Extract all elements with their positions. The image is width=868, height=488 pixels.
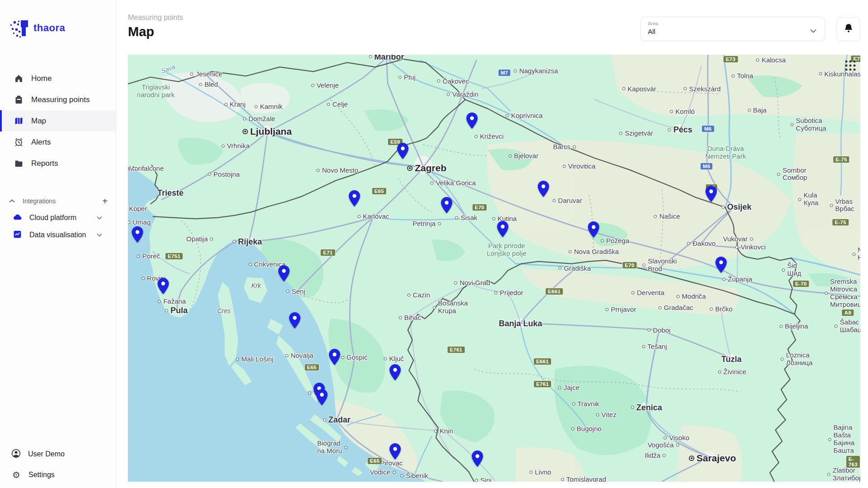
- map-pin[interactable]: [471, 450, 483, 467]
- chevron-up-icon[interactable]: [8, 197, 15, 205]
- map-pin[interactable]: [348, 190, 360, 207]
- sidebar-item-home[interactable]: Home: [0, 68, 116, 89]
- settings-menu[interactable]: ⚙ Settings: [0, 465, 116, 485]
- map-pin[interactable]: [715, 256, 727, 273]
- chevron-down-icon: [97, 233, 102, 237]
- breadcrumb[interactable]: Measuring points: [128, 14, 183, 22]
- sidebar: thaora Home Measuring points Map: [0, 0, 116, 488]
- nav-label: Alerts: [31, 138, 51, 147]
- logo-icon: [8, 18, 29, 38]
- map-pin[interactable]: [157, 277, 169, 295]
- map-pin[interactable]: [289, 312, 301, 329]
- page-title: Map: [128, 24, 183, 39]
- nav-label: Home: [31, 74, 52, 83]
- app-root: thaora Home Measuring points Map: [0, 0, 868, 488]
- sidebar-item-cloud-platform[interactable]: Cloud platform: [0, 209, 116, 226]
- sidebar-item-reports[interactable]: Reports: [0, 153, 116, 174]
- topbar: Measuring points Map Area All: [116, 0, 868, 41]
- sidebar-footer: User Demo ⚙ Settings: [0, 444, 116, 488]
- chevron-down-icon: [97, 216, 102, 220]
- map-pin[interactable]: [588, 221, 600, 238]
- cloud-icon: [13, 212, 22, 224]
- user-menu[interactable]: User Demo: [0, 444, 116, 465]
- map-pin[interactable]: [497, 221, 509, 238]
- map-pin[interactable]: [316, 389, 328, 406]
- area-select-value: All: [648, 28, 817, 35]
- map-pin[interactable]: [396, 142, 409, 160]
- area-select[interactable]: Area All: [640, 17, 825, 41]
- map-grid-icon: [844, 59, 857, 72]
- integrations-label: Integrations: [23, 197, 56, 205]
- map-pin[interactable]: [440, 197, 453, 214]
- sidebar-item-measuring-points[interactable]: Measuring points: [0, 89, 116, 110]
- integration-label: Cloud platform: [29, 214, 76, 222]
- chevron-down-icon: [810, 27, 816, 35]
- home-icon: [14, 74, 24, 84]
- settings-label: Settings: [28, 471, 55, 479]
- user-icon: [11, 448, 21, 460]
- gear-icon: ⚙: [11, 469, 22, 480]
- map-pins-layer: [128, 55, 860, 482]
- folder-icon: [14, 159, 24, 169]
- map-pin[interactable]: [328, 348, 340, 366]
- chart-icon: [13, 230, 22, 241]
- sidebar-item-data-visualisation[interactable]: Data visualisation: [0, 226, 116, 244]
- main-content: Measuring points Map Area All: [116, 0, 868, 488]
- sidebar-nav: Home Measuring points Map Alerts: [0, 68, 116, 174]
- map-pin[interactable]: [278, 265, 290, 282]
- map-pin[interactable]: [389, 443, 401, 460]
- bell-icon: [844, 23, 853, 35]
- map-pin[interactable]: [132, 226, 144, 243]
- add-integration-button[interactable]: +: [102, 197, 108, 206]
- nav-label: Measuring points: [31, 95, 90, 104]
- map-icon: [14, 116, 24, 126]
- map-pin[interactable]: [705, 185, 717, 202]
- alarm-icon: [14, 137, 24, 147]
- map-pin[interactable]: [389, 364, 401, 381]
- logo[interactable]: thaora: [0, 0, 116, 44]
- map-pin[interactable]: [466, 112, 478, 129]
- map-pin[interactable]: [537, 180, 549, 197]
- notifications-button[interactable]: [836, 17, 860, 41]
- integration-label: Data visualisation: [29, 231, 86, 239]
- integrations-section: Integrations + Cloud platform Data visua…: [0, 193, 116, 244]
- map-canvas[interactable]: SavaJeseniceBledTriglavski narodni parkM…: [128, 55, 860, 482]
- sidebar-item-map[interactable]: Map: [0, 110, 116, 131]
- area-select-label: Area: [648, 21, 817, 26]
- logo-text: thaora: [33, 22, 65, 34]
- user-name: User Demo: [28, 450, 65, 458]
- nav-label: Map: [31, 117, 46, 126]
- sidebar-item-alerts[interactable]: Alerts: [0, 131, 116, 153]
- nav-label: Reports: [31, 159, 58, 168]
- device-icon: [14, 95, 24, 105]
